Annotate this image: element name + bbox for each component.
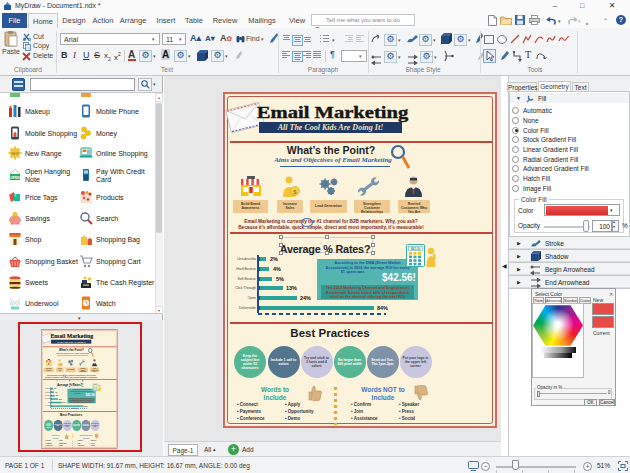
svg-text:$42.56: $42.56 <box>411 247 421 251</box>
svg-text:$42.56: $42.56 <box>94 384 97 385</box>
svg-text:NEW: NEW <box>11 152 18 156</box>
svg-text:OPEN: OPEN <box>10 176 20 180</box>
